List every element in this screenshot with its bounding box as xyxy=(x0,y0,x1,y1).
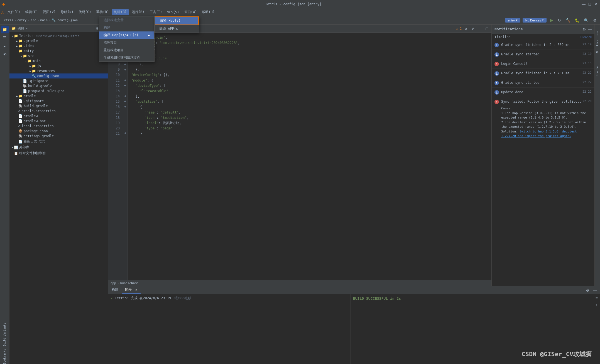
menu-view[interactable]: 视图(V) xyxy=(41,9,58,15)
bottom-tab-sync[interactable]: 同步 ✕ xyxy=(122,286,141,294)
no-devices-button[interactable]: No Devices ▾ xyxy=(523,18,547,23)
project-tree-icon[interactable]: 📁 xyxy=(1,26,9,33)
notification-item: i Gradle sync finished in 2 s 869 ms 23:… xyxy=(492,40,594,50)
tree-changelog[interactable]: ▶ 📄 更新日志.txt xyxy=(9,139,108,144)
menu-window[interactable]: 窗口(W) xyxy=(182,9,199,15)
code-line-17: "name": "default", xyxy=(131,110,488,115)
tree-gradle-folder[interactable]: ▶ 📁 gradle xyxy=(9,94,108,99)
sync-tab-close[interactable]: ✕ xyxy=(135,288,137,292)
tree-gradle[interactable]: ▶ 📁 .gradle xyxy=(9,38,108,43)
no-devices-label: No Devices xyxy=(525,19,541,22)
tree-idea-label: .idea xyxy=(24,44,34,48)
bottom-tab-build[interactable]: 构建 xyxy=(108,286,122,294)
tree-main[interactable]: ▾ 📁 main xyxy=(9,58,108,63)
menu-run[interactable]: 运行(R) xyxy=(129,9,147,15)
editor-tab-config[interactable]: 🔧 config.json xyxy=(108,24,143,33)
tree-resources[interactable]: ▶ 📁 resources xyxy=(9,68,108,73)
notif-solution-link[interactable]: Switch to hap 3.1.5.0, decctest 1.2.7.20… xyxy=(501,130,577,138)
tree-package-json[interactable]: ▶ 📦 package.json xyxy=(9,129,108,134)
tab-icon: 🔧 xyxy=(112,27,116,31)
menu-file[interactable]: 文件(F) xyxy=(5,9,23,15)
run-button[interactable]: ▶ xyxy=(549,17,554,23)
structure-icon[interactable]: ☰ xyxy=(1,34,9,42)
notif-cause-1: 1.The hap version (3.0.5.11) is not with… xyxy=(501,111,592,120)
sidebar-header: 📁 项目 ▾ ⊕ ≡ ⚙ xyxy=(9,24,108,32)
terminal-scroll-button[interactable]: ↕ xyxy=(594,302,599,308)
sidebar-dropdown-icon[interactable]: ▾ xyxy=(26,26,28,30)
main-content: 🔧 config.json ⚠ 2 ∧ ∨ ⋮ □ xyxy=(108,24,600,364)
entry-dropdown-button[interactable]: entry ▾ xyxy=(505,18,520,23)
tree-scratch-label: 临时文件和控制台 xyxy=(19,151,46,156)
tree-gradlew-bat[interactable]: ▶ 📄 gradlew.bat xyxy=(9,119,108,124)
code-line-8: }, xyxy=(131,62,488,67)
notif-body: Gradle sync finished in 2 s 869 ms 23:19 xyxy=(501,43,592,47)
menu-navigate[interactable]: 导航(N) xyxy=(58,9,76,15)
sidebar-icon2[interactable]: ≡ xyxy=(100,26,102,30)
clear-all-button[interactable]: Clear all xyxy=(581,35,592,39)
notif-info-icon: i xyxy=(494,81,499,85)
sidebar-icon1[interactable]: ⊕ xyxy=(96,26,99,30)
favorites-icon[interactable]: ★ xyxy=(1,42,9,50)
tree-config-json[interactable]: ▶ 🔧 config.json xyxy=(9,73,108,78)
menu-code[interactable]: 代码(C) xyxy=(76,9,94,15)
tree-gradlew[interactable]: ▶ 📄 gradlew xyxy=(9,114,108,119)
menu-vcs[interactable]: VCS(S) xyxy=(165,10,181,15)
search-button[interactable]: 🔍 xyxy=(583,18,590,23)
warnings-up-button[interactable]: ∧ xyxy=(464,26,469,31)
notif-info-icon: i xyxy=(494,71,499,76)
tree-proguard[interactable]: ▶ 📄 proguard-rules.pro xyxy=(9,88,108,94)
build-time: 2秒888毫秒 xyxy=(173,296,191,301)
settings-button[interactable]: ⚙ xyxy=(592,18,598,23)
maximize-button[interactable]: □ xyxy=(588,2,592,6)
tree-tetris[interactable]: ▾ 📁 Tetris C:\Users\yws1\Desktop\Tetris xyxy=(9,33,108,38)
tree-gradle-properties[interactable]: ▶ ⚙ gradle.properties xyxy=(9,109,108,114)
close-button[interactable]: ✕ xyxy=(594,2,598,6)
tree-external-libs[interactable]: ▶ 📊 外部库 xyxy=(9,144,108,150)
notif-header-icons: ⚙ — xyxy=(582,27,592,31)
gradle-tab-label[interactable]: Gradle xyxy=(595,65,599,77)
notif-text: Login Cancel! xyxy=(501,62,527,66)
editor-menu-button[interactable]: ⋮ xyxy=(477,26,483,31)
sidebar-icon3[interactable]: ⚙ xyxy=(103,26,106,30)
tree-gitignore-entry-label: .gitignore xyxy=(28,79,48,83)
tree-scratch[interactable]: ▶ 📋 临时文件和控制台 xyxy=(9,150,108,156)
bookmarks-label[interactable]: Bookmarks xyxy=(3,347,6,364)
tree-proguard-label: proguard-rules.pro xyxy=(28,89,64,93)
bottom-close-button[interactable]: — xyxy=(592,287,598,293)
tree-entry[interactable]: ▾ 📁 entry xyxy=(9,48,108,53)
build-icon-button[interactable]: 🔨 xyxy=(564,18,571,23)
notif-text: Gradle sync started xyxy=(501,80,539,85)
terminal-wrap-button[interactable]: ≡ xyxy=(594,295,599,301)
tree-gitignore-entry[interactable]: ▶ 📄 .gitignore xyxy=(9,78,108,83)
tree-build-gradle-entry[interactable]: ▶ 🐘 build.gradle xyxy=(9,83,108,88)
menu-refactor[interactable]: 重构(R) xyxy=(94,9,111,15)
minimize-button[interactable]: — xyxy=(582,2,586,6)
menu-build[interactable]: 构建(B) xyxy=(112,9,129,15)
menu-tools[interactable]: 工具(T) xyxy=(147,9,165,15)
notif-row: Gradle sync finished in 2 s 869 ms 23:19 xyxy=(501,43,592,47)
menu-edit[interactable]: 编辑(E) xyxy=(23,9,40,15)
tree-gitignore-root[interactable]: ▶ 📄 .gitignore xyxy=(9,99,108,104)
tree-js[interactable]: ▶ 📁 js xyxy=(9,63,108,68)
warnings-down-button[interactable]: ∨ xyxy=(470,26,475,31)
tree-src[interactable]: ▾ 📁 src xyxy=(9,53,108,58)
build-variants-label[interactable]: Build Variants xyxy=(3,321,6,346)
editor-expand-button[interactable]: □ xyxy=(485,26,489,31)
tree-settings-gradle[interactable]: ▶ 🐘 settings.gradle xyxy=(9,134,108,139)
tree-build-gradle-root[interactable]: ▶ 🐘 build.gradle xyxy=(9,104,108,109)
tree-local-properties[interactable]: ▶ ⚙ local.properties xyxy=(9,124,108,129)
sync-button[interactable]: ↻ xyxy=(557,18,562,23)
notif-close-button[interactable]: — xyxy=(588,27,592,31)
preview-icon[interactable]: 👁 xyxy=(1,51,9,58)
code-line-10: "deviceConfig": {}, xyxy=(131,72,488,78)
notif-settings-button[interactable]: ⚙ xyxy=(582,27,586,31)
editor-tabs: 🔧 config.json ⚠ 2 ∧ ∨ ⋮ □ xyxy=(108,24,491,33)
menu-help[interactable]: 帮助(H) xyxy=(200,9,217,15)
bottom-settings-button[interactable]: ⚙ xyxy=(585,287,591,293)
app-icon: △ xyxy=(1,10,4,15)
tree-idea[interactable]: ▶ 📁 .idea xyxy=(9,43,108,48)
code-editor[interactable]: "vendor": "cnoim", "bundleName": "com.cn… xyxy=(128,33,491,280)
debug-button[interactable]: 🐛 xyxy=(574,18,581,23)
build-tab-label: 构建 xyxy=(112,288,118,292)
notifications-tab-label[interactable]: Notifications xyxy=(595,30,599,54)
